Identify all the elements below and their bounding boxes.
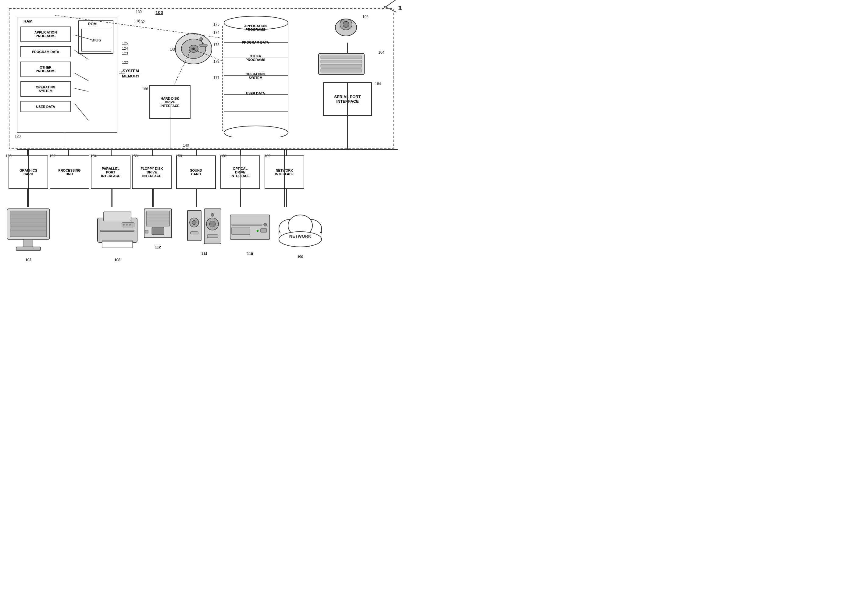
ref-106: 106 bbox=[362, 15, 369, 19]
ref-118: 118 bbox=[134, 19, 140, 23]
svg-point-48 bbox=[343, 21, 349, 27]
svg-point-37 bbox=[200, 37, 203, 41]
optical-drive-box: OPTICALDRIVEINTERFACE bbox=[220, 156, 260, 189]
svg-rect-71 bbox=[101, 230, 134, 232]
ref-122: 122 bbox=[122, 60, 128, 65]
ref-125: 125 bbox=[122, 41, 128, 45]
mem-app-programs: APPLICATIONPROGRAMS bbox=[20, 27, 71, 42]
ref-173: 173 bbox=[213, 43, 219, 47]
svg-point-34 bbox=[192, 48, 195, 50]
svg-rect-89 bbox=[232, 224, 262, 226]
printer-image: 108 bbox=[94, 207, 140, 256]
storage-operating-system: OPERATINGSYSTEM bbox=[226, 67, 285, 85]
storage-app-programs: APPLICATIONPROGRAMS bbox=[226, 19, 285, 36]
bios-box: BIOS bbox=[81, 29, 111, 51]
ref-152: 152 bbox=[49, 154, 55, 158]
storage-user-data: USER DATA bbox=[226, 85, 285, 101]
svg-point-90 bbox=[264, 223, 267, 226]
network-interface-box: NETWORKINTERFACE bbox=[265, 156, 304, 189]
svg-point-85 bbox=[209, 221, 216, 227]
ref-114-label: 114 bbox=[186, 252, 223, 256]
ref-172: 172 bbox=[213, 59, 219, 64]
mouse-image bbox=[332, 15, 360, 40]
svg-point-70 bbox=[129, 224, 131, 226]
ref-100-label: 100 bbox=[155, 10, 163, 15]
svg-rect-61 bbox=[24, 239, 33, 247]
ref-102-label: 102 bbox=[5, 258, 51, 262]
svg-rect-73 bbox=[146, 211, 169, 226]
ref-160: 160 bbox=[220, 154, 226, 158]
ref-164: 164 bbox=[375, 82, 381, 86]
monitor-image: 102 bbox=[5, 207, 51, 256]
ref-171: 171 bbox=[213, 76, 219, 80]
svg-rect-93 bbox=[261, 229, 267, 232]
ref-123: 123 bbox=[122, 51, 128, 56]
sound-card-box: SOUNDCARD bbox=[176, 156, 216, 189]
hdd-image bbox=[174, 31, 213, 67]
ref-130: 130 bbox=[136, 10, 142, 14]
system-memory-box: RAM APPLICATIONPROGRAMS PROGRAM DATA OTH… bbox=[17, 17, 117, 133]
ref-140: 140 bbox=[183, 143, 189, 148]
diagram-container: 1 1 100 130 RAM APPLICATIONPROGRAMS PROG… bbox=[0, 0, 430, 308]
svg-rect-62 bbox=[16, 247, 41, 251]
svg-rect-35 bbox=[200, 44, 207, 47]
ref-154: 154 bbox=[91, 154, 97, 158]
slash-decoration bbox=[382, 0, 397, 9]
svg-rect-51 bbox=[321, 60, 362, 63]
ref-166: 166 bbox=[142, 87, 148, 91]
mem-program-data: PROGRAM DATA bbox=[20, 46, 71, 57]
processing-unit-box: PROCESSINGUNIT bbox=[50, 156, 89, 189]
rom-label: ROM bbox=[88, 22, 97, 26]
floppy-image: 112 bbox=[143, 207, 173, 247]
ref-162: 162 bbox=[264, 154, 270, 158]
serial-port-box: SERIAL PORTINTERFACE bbox=[323, 82, 372, 116]
ref-174: 174 bbox=[213, 31, 219, 35]
ref-175: 175 bbox=[213, 22, 219, 27]
ref-110-label: 110 bbox=[229, 252, 271, 256]
mem-other-programs: OTHERPROGRAMS bbox=[20, 62, 71, 77]
svg-point-92 bbox=[257, 230, 258, 232]
svg-rect-82 bbox=[191, 232, 198, 234]
network-cloud-image: NETWORK 190 bbox=[274, 207, 326, 256]
optical-drive-image: 110 bbox=[229, 207, 271, 253]
mem-operating-system: OPERATINGSYSTEM bbox=[20, 81, 71, 97]
ref-190-label: 190 bbox=[274, 255, 326, 259]
ref-121: 121 bbox=[119, 70, 125, 74]
keyboard-image bbox=[317, 50, 366, 78]
svg-rect-91 bbox=[232, 227, 250, 235]
ref-168: 168 bbox=[170, 47, 176, 51]
svg-point-81 bbox=[192, 220, 196, 225]
parallel-port-box: PARALLELPORTINTERFACE bbox=[91, 156, 130, 189]
svg-text:NETWORK: NETWORK bbox=[289, 234, 311, 239]
svg-point-69 bbox=[126, 224, 128, 226]
storage-other-programs: OTHERPROGRAMS bbox=[226, 49, 285, 66]
svg-rect-77 bbox=[152, 227, 164, 235]
svg-rect-78 bbox=[145, 230, 148, 233]
ref-120: 120 bbox=[15, 134, 21, 138]
hdd-interface-box: HARD DISKDRIVEINTERFACE bbox=[149, 85, 191, 119]
floppy-disk-box: FLOPPY DISKDRIVEINTERFACE bbox=[132, 156, 172, 189]
graphics-card-box: GRAPHICSCARD bbox=[9, 156, 48, 189]
svg-rect-53 bbox=[321, 69, 362, 72]
ref-158: 158 bbox=[176, 154, 182, 158]
ram-label: RAM bbox=[23, 19, 33, 23]
ref-108-label: 108 bbox=[94, 258, 140, 262]
svg-rect-86 bbox=[207, 235, 218, 238]
svg-rect-66 bbox=[102, 242, 133, 248]
svg-rect-64 bbox=[104, 212, 131, 221]
mem-user-data: USER DATA bbox=[20, 101, 71, 112]
ref-104: 104 bbox=[378, 50, 384, 55]
svg-rect-50 bbox=[321, 56, 362, 59]
speakers-image: 114 bbox=[186, 207, 223, 253]
storage-program-data: PROGRAM DATA bbox=[226, 37, 285, 48]
svg-point-40 bbox=[224, 126, 288, 137]
svg-point-68 bbox=[123, 224, 125, 226]
svg-point-87 bbox=[211, 214, 214, 217]
rom-box: ROM BIOS bbox=[78, 20, 113, 54]
main-ref-label: 1 bbox=[398, 5, 401, 12]
ref-124: 124 bbox=[122, 46, 128, 51]
svg-rect-52 bbox=[321, 64, 362, 67]
ref-156: 156 bbox=[132, 154, 138, 158]
ref-150: 150 bbox=[5, 154, 12, 158]
ref-112-label: 112 bbox=[143, 245, 173, 250]
